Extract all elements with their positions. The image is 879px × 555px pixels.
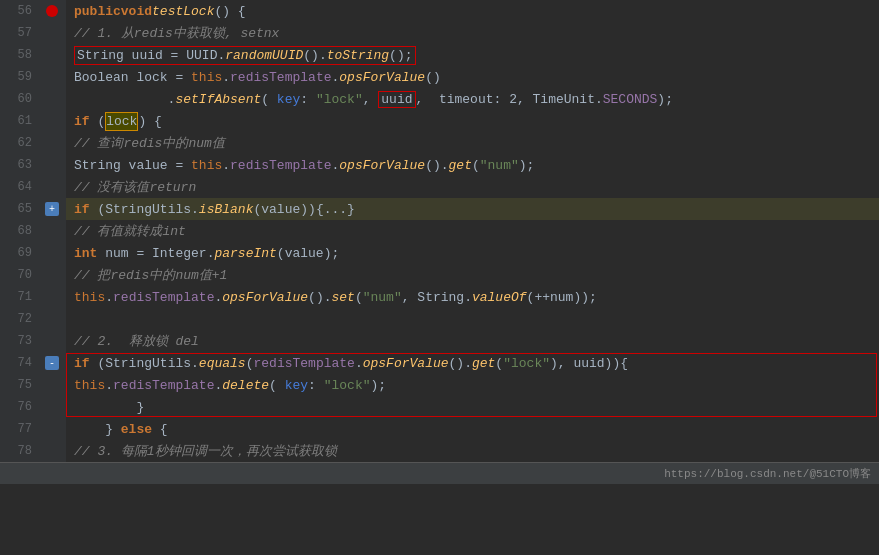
code-line: 70 // 把redis中的num值+1 — [0, 264, 879, 286]
line-gutter — [38, 220, 66, 242]
line-number: 69 — [0, 242, 38, 264]
line-gutter — [38, 110, 66, 132]
line-gutter — [38, 176, 66, 198]
code-line: 64 // 没有该值return — [0, 176, 879, 198]
line-number: 68 — [0, 220, 38, 242]
line-gutter: + — [38, 198, 66, 220]
code-line: 77 } else { — [0, 418, 879, 440]
code-lines: 56public void testLock() {57 // 1. 从redi… — [0, 0, 879, 462]
line-content: this.redisTemplate.opsForValue().set("nu… — [66, 286, 879, 308]
line-gutter — [38, 66, 66, 88]
line-gutter — [38, 308, 66, 330]
line-number: 77 — [0, 418, 38, 440]
line-content: // 1. 从redis中获取锁, setnx — [66, 22, 879, 44]
line-number: 71 — [0, 286, 38, 308]
code-line: 59 Boolean lock = this.redisTemplate.ops… — [0, 66, 879, 88]
line-gutter — [38, 88, 66, 110]
line-gutter — [38, 286, 66, 308]
line-number: 57 — [0, 22, 38, 44]
line-number: 65 — [0, 198, 38, 220]
line-content: this.redisTemplate.delete( key: "lock"); — [66, 374, 879, 396]
line-content: String uuid = UUID.randomUUID().toString… — [66, 44, 879, 66]
code-line: 57 // 1. 从redis中获取锁, setnx — [0, 22, 879, 44]
code-line: 71 this.redisTemplate.opsForValue().set(… — [0, 286, 879, 308]
line-gutter — [38, 132, 66, 154]
line-content: if (StringUtils.equals(redisTemplate.ops… — [66, 352, 879, 374]
line-gutter — [38, 264, 66, 286]
code-line: 58 String uuid = UUID.randomUUID().toStr… — [0, 44, 879, 66]
line-content: // 把redis中的num值+1 — [66, 264, 879, 286]
line-gutter — [38, 418, 66, 440]
red-box-group-74-76: 74- if (StringUtils.equals(redisTemplate… — [0, 352, 879, 418]
line-gutter — [38, 396, 66, 418]
line-number: 56 — [0, 0, 38, 22]
line-content: // 查询redis中的num值 — [66, 132, 879, 154]
line-number: 75 — [0, 374, 38, 396]
line-gutter — [38, 44, 66, 66]
line-content: } — [66, 396, 879, 418]
line-content: Boolean lock = this.redisTemplate.opsFor… — [66, 66, 879, 88]
line-gutter — [38, 0, 66, 22]
code-line: 65+ if (StringUtils.isBlank(value)){...} — [0, 198, 879, 220]
code-line: 69 int num = Integer.parseInt(value); — [0, 242, 879, 264]
line-content: String value = this.redisTemplate.opsFor… — [66, 154, 879, 176]
code-line: 63 String value = this.redisTemplate.ops… — [0, 154, 879, 176]
line-gutter: - — [38, 352, 66, 374]
code-line: 72 — [0, 308, 879, 330]
line-content: // 有值就转成int — [66, 220, 879, 242]
line-content: int num = Integer.parseInt(value); — [66, 242, 879, 264]
line-content: if (lock) { — [66, 110, 879, 132]
line-gutter — [38, 440, 66, 462]
line-content: .setIfAbsent( key: "lock", uuid, timeout… — [66, 88, 879, 110]
code-line: 78 // 3. 每隔1秒钟回调一次，再次尝试获取锁 — [0, 440, 879, 462]
line-number: 73 — [0, 330, 38, 352]
line-gutter — [38, 374, 66, 396]
code-line: 74- if (StringUtils.equals(redisTemplate… — [0, 352, 879, 374]
expand-icon[interactable]: + — [45, 202, 59, 216]
line-number: 78 — [0, 440, 38, 462]
line-gutter — [38, 242, 66, 264]
code-line: 56public void testLock() { — [0, 0, 879, 22]
bottom-url: https://blog.csdn.net/@51CTO博客 — [664, 466, 871, 481]
line-number: 60 — [0, 88, 38, 110]
line-number: 62 — [0, 132, 38, 154]
code-line: 62 // 查询redis中的num值 — [0, 132, 879, 154]
line-number: 58 — [0, 44, 38, 66]
line-number: 59 — [0, 66, 38, 88]
line-gutter — [38, 154, 66, 176]
line-number: 61 — [0, 110, 38, 132]
line-content: public void testLock() { — [66, 0, 879, 22]
code-line: 73 // 2. 释放锁 del — [0, 330, 879, 352]
line-gutter — [38, 330, 66, 352]
bottom-bar: https://blog.csdn.net/@51CTO博客 — [0, 462, 879, 484]
line-number: 72 — [0, 308, 38, 330]
collapse-icon[interactable]: - — [45, 356, 59, 370]
line-gutter — [38, 22, 66, 44]
line-content: if (StringUtils.isBlank(value)){...} — [66, 198, 879, 220]
line-content: // 3. 每隔1秒钟回调一次，再次尝试获取锁 — [66, 440, 879, 462]
line-content: } else { — [66, 418, 879, 440]
line-number: 63 — [0, 154, 38, 176]
line-content: // 2. 释放锁 del — [66, 330, 879, 352]
code-line: 61 if (lock) { — [0, 110, 879, 132]
line-number: 74 — [0, 352, 38, 374]
code-line: 68 // 有值就转成int — [0, 220, 879, 242]
line-number: 64 — [0, 176, 38, 198]
code-line: 76 } — [0, 396, 879, 418]
code-editor: 56public void testLock() {57 // 1. 从redi… — [0, 0, 879, 555]
breakpoint-icon — [46, 5, 58, 17]
line-number: 76 — [0, 396, 38, 418]
code-line: 60 .setIfAbsent( key: "lock", uuid, time… — [0, 88, 879, 110]
code-line: 75 this.redisTemplate.delete( key: "lock… — [0, 374, 879, 396]
line-number: 70 — [0, 264, 38, 286]
line-content: // 没有该值return — [66, 176, 879, 198]
line-content — [66, 308, 879, 330]
